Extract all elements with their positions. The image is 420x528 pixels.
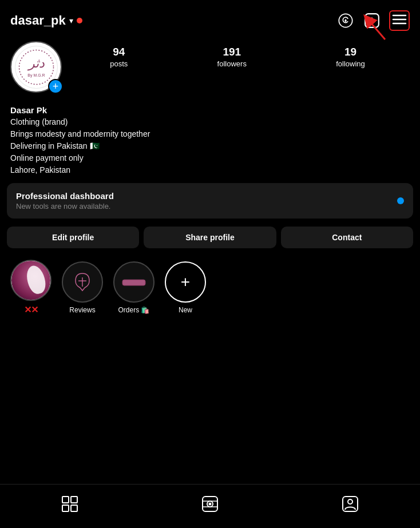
followers-count: 191: [223, 46, 241, 58]
profile-section: دثر By M.G.R + 94 posts 191 followers 19…: [0, 37, 420, 103]
bio-line-5: Lahore, Pakistan: [10, 164, 410, 176]
threads-icon[interactable]: [336, 11, 355, 30]
highlight-orders[interactable]: Orders 🛍️: [113, 261, 154, 314]
header: dasar_pk ▾: [0, 0, 420, 37]
posts-label: posts: [110, 59, 128, 68]
bio-line-1: Clothing (brand): [10, 116, 410, 128]
highlight-reviews-circle: [62, 261, 103, 303]
stats-row: 94 posts 191 followers 19 following: [65, 41, 410, 68]
highlight-reviews-label: Reviews: [69, 306, 95, 314]
online-status-dot: [77, 18, 82, 23]
grid-icon: [61, 495, 78, 513]
reels-nav-item[interactable]: [197, 491, 223, 517]
posts-count: 94: [113, 46, 125, 58]
username[interactable]: dasar_pk: [10, 13, 66, 28]
bottom-nav: [0, 484, 420, 528]
posts-stat[interactable]: 94 posts: [110, 46, 128, 68]
bio-line-2: Brings modesty and modernity together: [10, 128, 410, 140]
highlight-orders-circle: [113, 261, 154, 303]
highlight-xx-circle: [10, 260, 51, 301]
orders-icon: [121, 277, 146, 287]
following-label: following: [336, 59, 365, 68]
following-stat[interactable]: 19 following: [336, 46, 365, 68]
pro-subtitle: New tools are now available.: [16, 202, 114, 211]
profile-name: Dasar Pk: [10, 105, 410, 115]
contact-button[interactable]: Contact: [281, 227, 413, 248]
highlight-xx[interactable]: ✕✕: [10, 260, 51, 315]
svg-rect-15: [62, 497, 69, 503]
svg-point-0: [344, 19, 347, 22]
bio-line-3: Delivering in Pakistan 🇵🇰: [10, 140, 410, 152]
new-plus-icon: +: [181, 273, 190, 291]
svg-rect-17: [62, 505, 69, 511]
share-profile-button[interactable]: Share profile: [144, 227, 276, 248]
pro-dot: [397, 197, 404, 204]
add-story-button[interactable]: +: [48, 79, 63, 94]
pro-title: Professional dashboard: [16, 191, 114, 201]
header-right: [336, 10, 410, 31]
highlight-new-circle[interactable]: +: [165, 261, 206, 303]
profile-nav-icon: [342, 495, 359, 513]
svg-text:دثر: دثر: [26, 56, 44, 71]
grid-nav-item[interactable]: [57, 491, 82, 517]
header-left: dasar_pk ▾: [10, 13, 82, 28]
followers-label: followers: [217, 59, 247, 68]
svg-rect-16: [71, 497, 77, 503]
svg-point-25: [348, 499, 352, 504]
svg-rect-18: [71, 505, 77, 511]
highlight-reviews[interactable]: Reviews: [62, 261, 103, 314]
action-buttons: Edit profile Share profile Contact: [0, 227, 420, 257]
profile-nav-item[interactable]: [338, 491, 363, 517]
svg-point-21: [209, 503, 211, 505]
following-count: 19: [344, 46, 356, 58]
svg-text:By M.G.R: By M.G.R: [27, 73, 45, 78]
highlight-orders-label: Orders 🛍️: [118, 306, 149, 314]
avatar-wrapper: دثر By M.G.R +: [10, 41, 65, 96]
edit-profile-button[interactable]: Edit profile: [7, 227, 139, 248]
new-post-icon[interactable]: [363, 11, 381, 30]
chevron-down-icon[interactable]: ▾: [69, 16, 73, 25]
highlight-new-label: New: [179, 306, 192, 314]
reels-icon: [201, 495, 219, 513]
blob-white: [24, 264, 48, 296]
blob-bg: [11, 260, 50, 301]
pro-dashboard-text: Professional dashboard New tools are now…: [16, 191, 114, 211]
followers-stat[interactable]: 191 followers: [217, 46, 247, 68]
menu-button[interactable]: [389, 10, 410, 31]
pro-dashboard[interactable]: Professional dashboard New tools are now…: [7, 183, 413, 219]
highlight-xx-label: ✕✕: [24, 304, 38, 315]
highlights-row: ✕✕ Reviews Orders 🛍️: [0, 257, 420, 324]
svg-rect-13: [122, 280, 145, 285]
reviews-icon: [71, 271, 94, 293]
bio-section: Dasar Pk Clothing (brand) Brings modesty…: [0, 103, 420, 183]
highlight-new[interactable]: + New: [165, 261, 206, 314]
bio-line-4: Online payment only: [10, 152, 410, 164]
